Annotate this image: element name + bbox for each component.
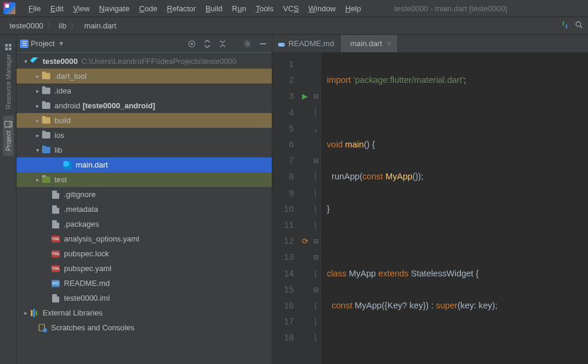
- tree-label: teste0000: [43, 57, 78, 66]
- svg-rect-2: [8, 48, 11, 50]
- tree-packages[interactable]: ▸ .packages: [17, 217, 272, 231]
- code-content[interactable]: import 'package:flutter/material.dart'; …: [321, 53, 588, 364]
- tab-readme[interactable]: MD README.md: [272, 35, 340, 52]
- nav-bar: teste0000 〉 lib 〉 main.dart: [0, 17, 588, 35]
- svg-rect-3: [5, 48, 7, 50]
- tree-android[interactable]: ▸ android [teste0000_android]: [17, 98, 272, 113]
- tree-analysis-yaml[interactable]: ▸YML analysis_options.yaml: [17, 231, 272, 246]
- run-gutter: ▶ ⟳: [298, 53, 311, 364]
- expand-arrow-icon[interactable]: ▸: [33, 73, 41, 79]
- settings-icon[interactable]: [242, 38, 253, 49]
- crumb-root[interactable]: teste0000: [9, 21, 43, 30]
- tree-label: pubspec.yaml: [64, 264, 111, 273]
- hide-panel-icon[interactable]: [258, 38, 268, 49]
- menu-refactor[interactable]: Refactor: [162, 4, 201, 13]
- tree-gitignore[interactable]: ▸ .gitignore: [17, 187, 272, 202]
- tree-idea[interactable]: ▸ .idea: [17, 83, 272, 98]
- tree-label: .gitignore: [64, 190, 95, 199]
- menu-run[interactable]: Run: [227, 4, 251, 13]
- tree-label: .packages: [64, 220, 99, 228]
- svg-rect-4: [8, 44, 11, 47]
- tree-readme[interactable]: ▸MD README.md: [17, 276, 272, 291]
- file-icon: [51, 220, 60, 229]
- search-icon[interactable]: [575, 21, 583, 31]
- tree-external-libraries[interactable]: ▸ External Libraries: [17, 305, 272, 320]
- tool-resource-manager[interactable]: Resource Manager: [4, 37, 12, 115]
- menu-view[interactable]: View: [68, 4, 94, 13]
- menu-edit[interactable]: Edit: [46, 4, 68, 13]
- tree-ios[interactable]: ▸ ios: [17, 128, 272, 143]
- code-editor[interactable]: 123456789101112131415161718 ▶ ⟳ ⊟│⌞ ⊟│││…: [272, 53, 588, 364]
- folder-icon: [41, 86, 51, 96]
- editor-tabs: MD README.md main.dart ×: [272, 35, 588, 53]
- updates-icon[interactable]: [561, 21, 569, 31]
- tree-iml[interactable]: ▸ teste0000.iml: [17, 291, 272, 305]
- expand-arrow-icon[interactable]: ▸: [33, 117, 41, 124]
- tree-label: android: [54, 101, 80, 110]
- menu-vcs[interactable]: VCS: [278, 4, 304, 13]
- tree-metadata[interactable]: ▸ .metadata: [17, 202, 272, 217]
- tree-dart-tool[interactable]: ▸ .dart_tool: [17, 69, 272, 83]
- tool-project[interactable]: Project: [3, 115, 14, 156]
- tree-main-dart[interactable]: ▸ main.dart: [17, 157, 272, 172]
- menu-code[interactable]: Code: [134, 4, 162, 13]
- folder-icon: [41, 116, 51, 125]
- flutter-icon: [30, 57, 39, 66]
- folder-icon: [41, 72, 51, 81]
- tree-label: pubspec.lock: [64, 249, 109, 258]
- tree-label: teste0000.iml: [64, 294, 110, 302]
- tree-scratches[interactable]: ▸ Scratches and Consoles: [17, 320, 272, 335]
- yaml-file-icon: YML: [51, 234, 60, 244]
- tree-build[interactable]: ▸ build: [17, 113, 272, 128]
- expand-arrow-icon[interactable]: ▸: [21, 310, 30, 316]
- project-view-icon: [20, 40, 28, 48]
- expand-arrow-icon[interactable]: ▸: [33, 102, 41, 109]
- chevron-down-icon: ▼: [58, 40, 64, 47]
- collapse-all-icon[interactable]: [217, 38, 228, 49]
- menu-build[interactable]: Build: [201, 4, 227, 13]
- tree-label: .metadata: [64, 205, 98, 214]
- menu-window[interactable]: Window: [304, 4, 340, 13]
- project-view-selector[interactable]: Project ▼: [20, 39, 64, 48]
- override-gutter-icon[interactable]: ⟳: [302, 237, 309, 246]
- crumb-sep-icon: 〉: [47, 21, 55, 31]
- svg-point-10: [246, 42, 249, 44]
- tree-label: build: [54, 116, 70, 125]
- select-opened-file-icon[interactable]: [187, 38, 197, 49]
- tree-label: main.dart: [76, 160, 108, 169]
- menu-help[interactable]: Help: [340, 4, 366, 13]
- run-gutter-icon[interactable]: ▶: [302, 92, 308, 101]
- expand-arrow-icon[interactable]: ▸: [33, 176, 41, 183]
- expand-arrow-icon[interactable]: ▸: [33, 132, 41, 138]
- crumb-file[interactable]: main.dart: [84, 21, 116, 30]
- tree-pubspec-lock[interactable]: ▸YML pubspec.lock: [17, 246, 272, 261]
- folder-icon: [41, 146, 51, 155]
- menu-file[interactable]: File: [24, 4, 46, 13]
- expand-arrow-icon[interactable]: ▾: [33, 147, 41, 153]
- tree-test[interactable]: ▸ test: [17, 172, 272, 187]
- md-file-icon: MD: [278, 39, 285, 49]
- window-title: teste0000 - main.dart [teste0000]: [394, 4, 507, 13]
- expand-arrow-icon[interactable]: ▾: [21, 58, 30, 65]
- editor-area: MD README.md main.dart × 123456789101112…: [272, 35, 588, 364]
- tab-main-dart[interactable]: main.dart ×: [340, 35, 398, 52]
- menu-tools[interactable]: Tools: [251, 4, 278, 13]
- crumb-folder[interactable]: lib: [59, 21, 66, 30]
- project-tree[interactable]: ▾ teste0000 C:\Users\LeandroFFF\IdeaProj…: [17, 53, 272, 364]
- menu-navigate[interactable]: Navigate: [94, 4, 134, 13]
- tree-label: External Libraries: [43, 308, 102, 317]
- svg-point-0: [576, 22, 581, 27]
- file-icon: [51, 205, 60, 214]
- tree-label: lib: [54, 146, 62, 154]
- md-file-icon: MD: [51, 279, 60, 288]
- expand-all-icon[interactable]: [202, 38, 213, 49]
- project-panel-header: Project ▼: [17, 35, 272, 53]
- file-icon: [51, 190, 60, 199]
- crumb-sep-icon: 〉: [70, 21, 78, 31]
- close-icon[interactable]: ×: [387, 39, 391, 48]
- expand-arrow-icon[interactable]: ▸: [33, 88, 41, 94]
- svg-rect-7: [8, 121, 11, 127]
- tree-pubspec-yaml[interactable]: ▸YML pubspec.yaml: [17, 261, 272, 276]
- tree-lib[interactable]: ▾ lib: [17, 143, 272, 157]
- tree-root[interactable]: ▾ teste0000 C:\Users\LeandroFFF\IdeaProj…: [17, 54, 272, 69]
